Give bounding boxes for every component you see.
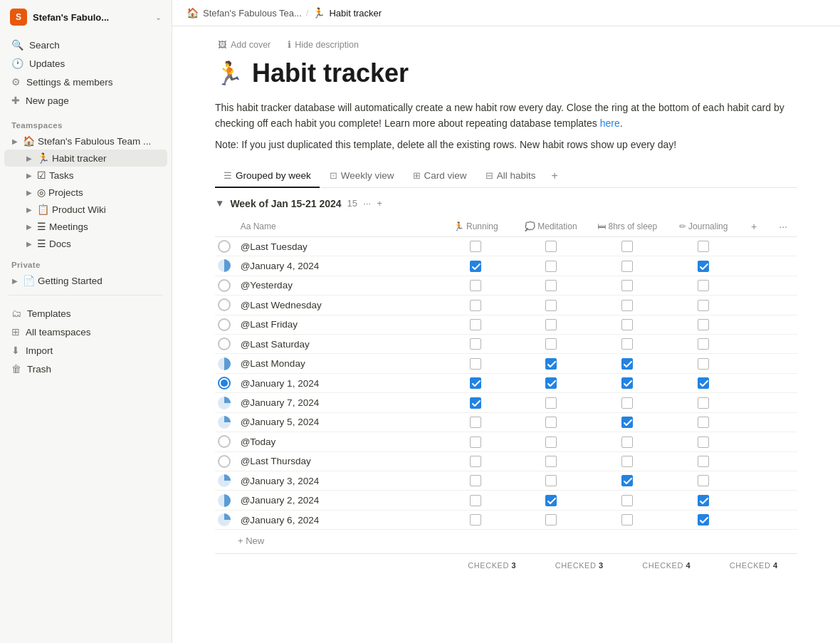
checkbox[interactable] [470,338,481,350]
progress-cell [215,491,235,510]
checkbox[interactable] [621,514,633,526]
checkbox[interactable] [621,456,633,467]
checkbox[interactable] [545,475,557,486]
add-cover-button[interactable]: 🖼 Add cover [215,38,273,51]
progress-cell [215,393,235,412]
checkbox[interactable] [545,436,557,448]
sidebar-item-new-page[interactable]: ✚ New page [6,91,166,110]
sidebar-item-updates[interactable]: 🕐 Updates [6,54,166,73]
checkbox[interactable] [545,338,557,350]
checkbox[interactable] [545,397,557,409]
workspace-header[interactable]: S Stefan's Fabulo... ⌄ [0,0,172,33]
checkbox[interactable] [698,417,709,428]
checkbox[interactable] [470,280,481,291]
checkbox[interactable] [545,280,557,291]
checkbox[interactable] [621,397,633,409]
sleep-cell [589,256,666,276]
checkbox[interactable] [470,319,481,330]
checkbox[interactable] [621,417,633,428]
checkbox[interactable] [545,319,557,330]
checkbox[interactable] [698,377,709,389]
sidebar-item-team[interactable]: ▶ 🏠 Stefan's Fabulous Team ... [4,132,167,150]
checkbox[interactable] [545,456,557,467]
tab-card-view[interactable]: ⊞ Card view [404,164,476,188]
checkbox[interactable] [470,358,481,370]
sidebar-item-import[interactable]: ⬇ Import [6,341,166,360]
meditation-cell [513,412,589,432]
checkbox[interactable] [621,475,633,486]
sidebar-item-templates[interactable]: 🗂 Templates [6,304,166,323]
sidebar-item-trash[interactable]: 🗑 Trash [6,360,166,378]
sidebar-item-habit[interactable]: ▶ 🏃 Habit tracker [4,150,167,167]
journaling-cell [666,432,741,451]
week-options-button[interactable]: ··· [363,198,371,209]
checkbox[interactable] [621,300,633,311]
checkbox[interactable] [698,358,709,370]
progress-cell [215,296,235,315]
checkbox[interactable] [470,300,481,311]
checkbox[interactable] [698,436,709,448]
add-view-button[interactable]: + [545,165,563,187]
add-row-header-button[interactable]: + [377,198,382,209]
checkbox[interactable] [470,456,481,467]
checkbox[interactable] [698,475,709,486]
sidebar-item-projects[interactable]: ▶ ◎ Projects [4,184,167,201]
hide-description-button[interactable]: ℹ Hide description [285,38,362,51]
checkbox[interactable] [470,261,481,272]
checkbox[interactable] [698,300,709,311]
checkbox[interactable] [621,261,633,272]
checkbox[interactable] [621,377,633,389]
week-expand-arrow[interactable]: ▼ [215,198,224,209]
checkbox[interactable] [698,338,709,350]
checkbox[interactable] [545,377,557,389]
checkbox[interactable] [698,261,709,272]
sidebar-item-search[interactable]: 🔍 Search [6,36,166,54]
add-column-button[interactable]: + [747,219,761,234]
sidebar-item-docs[interactable]: ▶ ☰ Docs [4,235,167,252]
checkbox[interactable] [470,417,481,428]
running-cell [439,334,513,353]
checkbox[interactable] [545,241,557,252]
sidebar-item-settings[interactable]: ⚙ Settings & members [6,73,166,91]
checkbox[interactable] [698,319,709,330]
sidebar-item-product[interactable]: ▶ 📋 Product Wiki [4,201,167,218]
checkbox[interactable] [470,397,481,409]
checkbox[interactable] [470,377,481,389]
checkbox[interactable] [621,436,633,448]
tab-all-habits[interactable]: ⊟ All habits [477,164,545,188]
checkbox[interactable] [698,514,709,526]
name-cell: @Today [235,432,439,451]
checkbox[interactable] [698,495,709,506]
checkbox[interactable] [698,397,709,409]
sidebar-item-getting-started[interactable]: ▶ 📄 Getting Started [4,272,167,289]
sidebar-item-tasks[interactable]: ▶ ☑ Tasks [4,167,167,184]
tab-weekly-view[interactable]: ⊡ Weekly view [321,164,403,188]
checkbox[interactable] [470,514,481,526]
meditation-cell [513,315,589,334]
checkbox[interactable] [621,338,633,350]
checkbox[interactable] [698,456,709,467]
checkbox[interactable] [470,475,481,486]
checkbox[interactable] [470,241,481,252]
checkbox[interactable] [621,241,633,252]
checkbox[interactable] [621,358,633,370]
checkbox[interactable] [545,358,557,370]
checkbox[interactable] [545,417,557,428]
checkbox[interactable] [545,261,557,272]
sidebar-item-meetings[interactable]: ▶ ☰ Meetings [4,218,167,235]
checkbox[interactable] [698,280,709,291]
checkbox[interactable] [621,280,633,291]
checkbox[interactable] [545,495,557,506]
checkbox[interactable] [545,300,557,311]
checkbox[interactable] [621,319,633,330]
checkbox[interactable] [621,495,633,506]
table-options-button[interactable]: ··· [775,219,792,234]
add-new-row-button[interactable]: + New [215,530,797,552]
tab-grouped-by-week[interactable]: ☰ Grouped by week [215,164,320,188]
description-link[interactable]: here [600,117,620,129]
checkbox[interactable] [545,514,557,526]
checkbox[interactable] [470,495,481,506]
checkbox[interactable] [698,241,709,252]
sidebar-item-all-teamspaces[interactable]: ⊞ All teamspaces [6,323,166,341]
checkbox[interactable] [470,436,481,448]
